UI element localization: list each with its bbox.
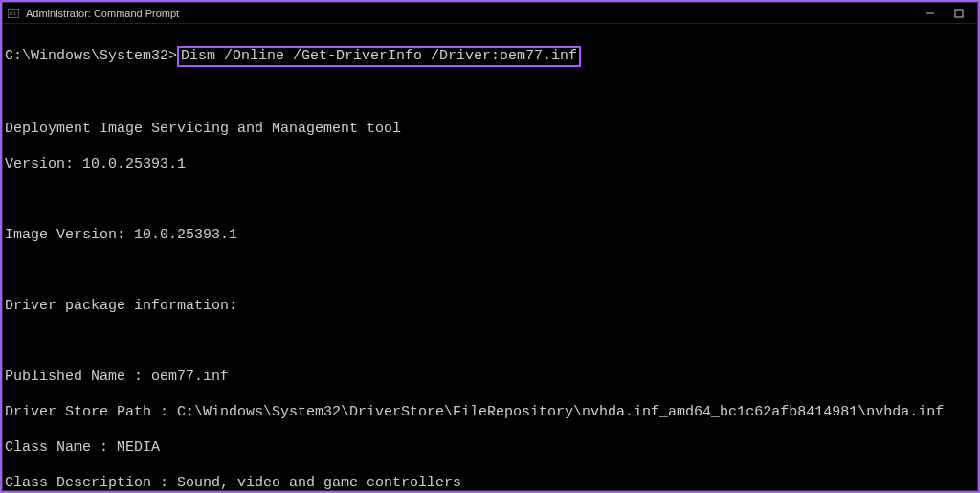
pkg-info-title: Driver package information:	[5, 298, 977, 316]
driver-store-path: Driver Store Path : C:\Windows\System32\…	[5, 404, 977, 422]
class-description: Class Description : Sound, video and gam…	[5, 475, 977, 491]
window-title: Administrator: Command Prompt	[26, 8, 916, 19]
command-prompt-window: c:\ Administrator: Command Prompt C:\Win…	[2, 2, 978, 491]
published-name: Published Name : oem77.inf	[5, 369, 977, 387]
terminal-output[interactable]: C:\Windows\System32>Dism /Online /Get-Dr…	[3, 24, 977, 490]
titlebar[interactable]: c:\ Administrator: Command Prompt	[3, 3, 977, 24]
maximize-button[interactable]	[945, 3, 973, 24]
cmd-icon: c:\	[7, 7, 20, 20]
dism-version: Version: 10.0.25393.1	[5, 156, 977, 174]
dism-header: Deployment Image Servicing and Managemen…	[5, 121, 977, 139]
window-controls	[916, 3, 973, 24]
svg-text:c:\: c:\	[10, 11, 16, 16]
prompt-path: C:\Windows\System32>	[5, 48, 177, 64]
svg-rect-3	[955, 10, 963, 17]
prompt-line: C:\Windows\System32>Dism /Online /Get-Dr…	[5, 46, 977, 68]
class-name: Class Name : MEDIA	[5, 439, 977, 458]
blank-line	[5, 85, 977, 103]
blank-line	[5, 262, 977, 280]
command-highlight: Dism /Online /Get-DriverInfo /Driver:oem…	[177, 46, 581, 68]
image-version: Image Version: 10.0.25393.1	[5, 227, 977, 245]
minimize-button[interactable]	[916, 3, 945, 24]
blank-line	[5, 191, 977, 210]
command-text: Dism /Online /Get-DriverInfo /Driver:oem…	[181, 48, 577, 64]
blank-line	[5, 333, 977, 351]
